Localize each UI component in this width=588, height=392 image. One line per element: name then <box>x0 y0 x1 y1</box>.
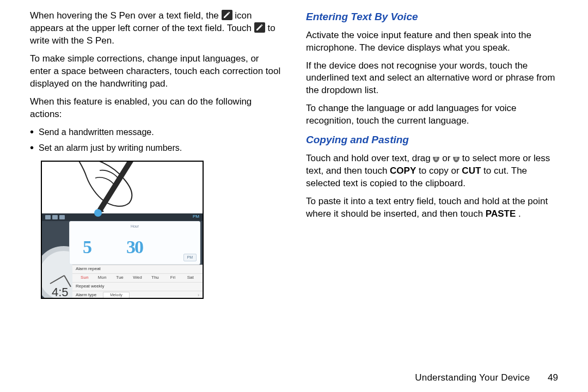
left-column: When hovering the S Pen over a text fiel… <box>30 10 282 299</box>
copy-paragraph-1: Touch and hold over text, drag or to sel… <box>306 152 558 190</box>
status-time: PM <box>193 214 199 220</box>
list-item: Send a handwritten message. <box>30 126 282 138</box>
row-alarm-type: Alarm type Melody › <box>72 291 203 299</box>
paste-keyword: PASTE <box>486 209 516 219</box>
row-alarm-repeat: Alarm repeat <box>72 265 203 274</box>
spen-alarm-figure: PM 4:5 Monday Hour 5 30 PM Alarm repeat <box>41 161 204 299</box>
row-days: Sun Mon Tue Wed Thu Fri Sat <box>72 274 203 283</box>
voice-paragraph-3: To change the language or add languages … <box>306 102 558 127</box>
day-fri: Fri <box>164 275 181 281</box>
svg-rect-4 <box>437 157 437 160</box>
status-left-icons <box>45 215 65 219</box>
pen-to-text-icon <box>254 22 265 33</box>
feature-enabled-paragraph: When this feature is enabled, you can do… <box>30 96 282 121</box>
heading-voice: Entering Text By Voice <box>306 10 558 24</box>
svg-rect-5 <box>456 157 456 160</box>
text-fragment: When hovering the S Pen over a text fiel… <box>30 10 222 21</box>
spen-hover-paragraph: When hovering the S Pen over a text fiel… <box>30 10 282 47</box>
selection-handle-left-icon <box>433 153 439 163</box>
day-sun: Sun <box>76 275 93 281</box>
selection-handle-right-icon <box>453 153 460 163</box>
list-item: Set an alarm just by writing numbers. <box>30 142 282 154</box>
hand-with-spen-illustration <box>64 161 189 238</box>
pen-to-text-icon <box>222 10 232 20</box>
heading-copy-paste: Copying and Pasting <box>306 133 558 147</box>
day-thu: Thu <box>146 275 164 281</box>
section-name: Understanding Your Device <box>415 372 530 383</box>
manual-page: When hovering the S Pen over a text fiel… <box>0 0 588 392</box>
svg-rect-6 <box>457 157 457 160</box>
digital-clock-time: 4:5 <box>52 284 69 299</box>
copy-paragraph-2: To paste it into a text entry field, tou… <box>306 195 558 220</box>
day-wed: Wed <box>128 275 146 281</box>
page-number: 49 <box>548 372 558 383</box>
actions-list: Send a handwritten message. Set an alarm… <box>30 126 282 154</box>
day-sat: Sat <box>182 275 199 281</box>
day-mon: Mon <box>93 275 111 281</box>
two-column-layout: When hovering the S Pen over a text fiel… <box>30 10 558 299</box>
ampm-button: PM <box>183 254 197 261</box>
text-fragment: Touch and hold over text, drag <box>306 153 433 163</box>
digital-clock-day: Monday <box>46 298 66 299</box>
voice-paragraph-2: If the device does not recognise your wo… <box>306 60 558 97</box>
corrections-paragraph: To make simple corrections, change input… <box>30 53 282 90</box>
right-column: Entering Text By Voice Activate the voic… <box>306 10 558 299</box>
voice-paragraph-1: Activate the voice input feature and the… <box>306 29 558 54</box>
svg-point-2 <box>94 209 102 217</box>
cut-keyword: CUT <box>462 166 481 176</box>
page-footer: Understanding Your Device 49 <box>415 372 558 383</box>
svg-rect-3 <box>436 157 436 160</box>
copy-keyword: COPY <box>390 166 416 176</box>
text-fragment: to copy or <box>419 166 462 176</box>
day-tue: Tue <box>111 275 128 281</box>
text-fragment: or <box>442 153 453 163</box>
chevron-right-icon: › <box>198 292 199 298</box>
text-fragment: . <box>518 209 521 219</box>
alarm-settings-panel: Alarm repeat Sun Mon Tue Wed Thu Fri Sat… <box>72 265 203 298</box>
row-repeat-weekly: Repeat weekly <box>72 283 203 291</box>
